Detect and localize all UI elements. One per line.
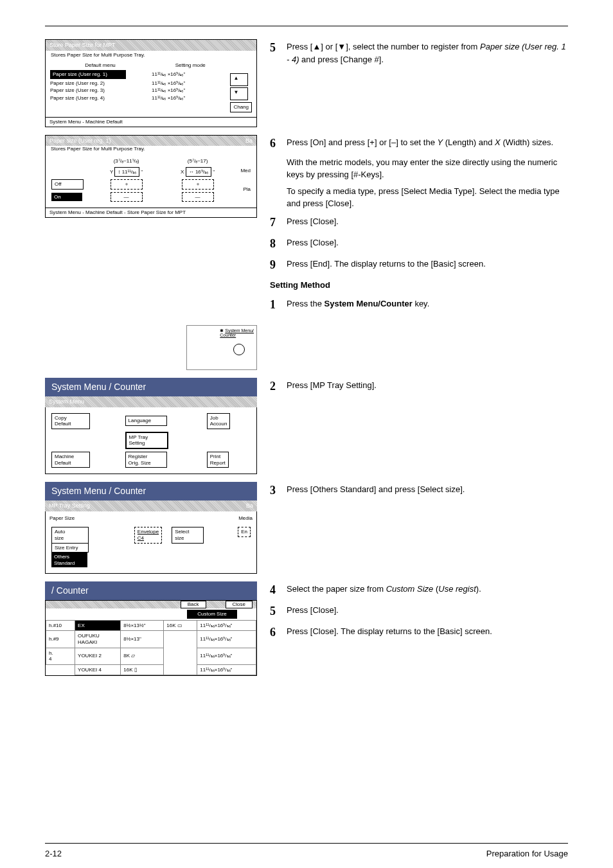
- x-plus[interactable]: ＋: [182, 179, 214, 190]
- close-button[interactable]: Close: [226, 601, 253, 608]
- panel-system-menu: System Menu / Counter System Menu Copy D…: [45, 378, 257, 474]
- cell[interactable]: EX: [75, 620, 121, 631]
- cell[interactable]: YOUKEI 4: [75, 664, 121, 675]
- arrow-up-icon[interactable]: ▲: [230, 73, 248, 86]
- panel3-title: System Menu: [45, 396, 257, 407]
- step-7-text: Press [Close].: [287, 214, 568, 231]
- panel5-header: / Counter: [45, 581, 257, 600]
- y-minus[interactable]: —: [111, 192, 143, 202]
- step-6-note2: To specify a media type, press [Select M…: [287, 185, 568, 210]
- size-entry-button[interactable]: Size Entry: [51, 543, 89, 553]
- panel1-breadcrumb: System Menu - Machine Default: [46, 117, 256, 127]
- system-menu-key-illus: ✱ System Menu/ Counter: [186, 325, 257, 370]
- change-button[interactable]: Chang: [230, 102, 252, 112]
- cell[interactable]: 11¹¹/₁₆×16⁹/₁₆": [197, 631, 256, 648]
- step-8-text: Press [Close].: [287, 235, 568, 252]
- size-table: h.#10EX8½×13½"16K ▭11¹¹/₁₆×16⁹/₁₆" h.#9O…: [46, 620, 256, 676]
- star-icon: ✱: [220, 328, 224, 333]
- plain-label: Pla: [235, 186, 251, 193]
- x-value: ↔ 16⁹/₁₆: [186, 167, 211, 177]
- y-plus[interactable]: ＋: [111, 179, 143, 190]
- cell[interactable]: h.#10: [46, 620, 75, 631]
- envelope-display: Envelope C4: [134, 527, 162, 543]
- key-circle-icon: [233, 344, 245, 355]
- cell[interactable]: OUFUKU HAGAKI: [75, 631, 121, 648]
- panel1-sub: Stores Paper Size for Multi Purpose Tray…: [46, 51, 256, 58]
- back-button[interactable]: Back: [181, 601, 206, 608]
- machine-default-button[interactable]: Machine Default: [51, 452, 90, 468]
- step-8-num: 8: [270, 235, 287, 252]
- y-value: ↕ 11¹¹/₁₆: [114, 167, 139, 177]
- panel3-header: System Menu / Counter: [45, 378, 257, 396]
- step-6-text: Press [On] and press [+] or [–] to set t…: [287, 135, 568, 152]
- step-6-num: 6: [270, 135, 287, 152]
- cell[interactable]: 16K ▭: [164, 620, 197, 631]
- page-number: 2-12: [45, 847, 62, 860]
- cell: [46, 664, 75, 675]
- cell[interactable]: 8½×13": [121, 631, 164, 648]
- x-range: (5⁷/₈~17): [162, 157, 233, 165]
- cell[interactable]: 8K ▱: [121, 648, 164, 664]
- media-label: Med: [235, 168, 251, 174]
- val-1: 11¹¹/₁₆ ×16⁹/₁₆": [151, 69, 229, 80]
- panel2-title: Paper size (User reg. 1)Ba: [46, 136, 256, 146]
- paper-size-label: Paper Size: [49, 515, 75, 522]
- custom-size-tab[interactable]: Custom Size: [187, 610, 237, 619]
- cell[interactable]: 11¹¹/₁₆×16⁹/₁₆": [197, 620, 256, 631]
- en-label: En: [238, 527, 251, 537]
- auto-size-button[interactable]: Auto size: [51, 527, 89, 543]
- cell: [164, 631, 197, 648]
- step-9-num: 9: [270, 256, 287, 274]
- mstep-2-num: 2: [270, 378, 287, 395]
- cell: [164, 648, 197, 664]
- panel1-title: Store Paper Size for MPT: [46, 40, 256, 51]
- cell[interactable]: YOUKEI 2: [75, 648, 121, 664]
- user-reg-1[interactable]: Paper size (User reg. 1): [50, 70, 126, 79]
- cell[interactable]: 11¹¹/₁₆×16⁹/₁₆": [197, 664, 256, 675]
- page-top-rule: [45, 26, 568, 26]
- off-button[interactable]: Off: [51, 179, 84, 190]
- step-5-text: Press [▲] or [▼], select the number to r…: [287, 39, 568, 66]
- page-footer: 2-12 Preparation for Usage: [45, 843, 568, 860]
- step-6-note1: With the metric models, you may enter th…: [287, 156, 568, 181]
- media-label2: Media: [238, 515, 253, 522]
- mstep-2-text: Press [MP Tray Setting].: [287, 378, 568, 395]
- arrow-down-icon[interactable]: ▼: [230, 87, 248, 100]
- register-orig-button[interactable]: Register Orig. Size: [125, 452, 167, 468]
- mp-tray-setting-button[interactable]: MP Tray Setting: [125, 432, 168, 449]
- setting-method-heading: Setting Method: [270, 279, 568, 292]
- panel2-sub: Stores Paper Size for Multi Purpose Tray…: [46, 146, 256, 152]
- step-7-num: 7: [270, 214, 287, 231]
- panel2-breadcrumb: System Menu - Machine Default - Store Pa…: [46, 208, 256, 217]
- cell: [164, 664, 197, 675]
- cell[interactable]: h.#9: [46, 631, 75, 648]
- mstep-1-text: Press the System Menu/Counter key.: [287, 296, 568, 314]
- panel4-header: System Menu / Counter: [45, 482, 257, 500]
- select-size-button[interactable]: Select size: [172, 527, 204, 543]
- mstep-3-num: 3: [270, 482, 287, 499]
- mstep-6-text: Press [Close]. The display returns to th…: [287, 624, 568, 641]
- cell[interactable]: 11¹¹/₁₆×16⁹/₁₆": [197, 648, 256, 664]
- x-minus[interactable]: —: [182, 192, 214, 202]
- language-button[interactable]: Language: [125, 416, 167, 426]
- panel-user-reg-size: Paper size (User reg. 1)Ba Stores Paper …: [45, 135, 257, 218]
- y-range: (3⁷/₈~11⁵/₈): [92, 157, 161, 165]
- others-standard-button[interactable]: Others Standard: [51, 553, 87, 567]
- col-default: Default menu: [49, 62, 151, 69]
- cell[interactable]: 8½×13½": [121, 620, 164, 631]
- panel-custom-size: / Counter Back Close Custom Size h.#10EX…: [45, 581, 257, 676]
- mstep-5-text: Press [Close].: [287, 603, 568, 620]
- copy-default-button[interactable]: Copy Default: [51, 413, 90, 429]
- mstep-4-num: 4: [270, 581, 287, 599]
- job-account-button[interactable]: Job Accoun: [207, 413, 231, 429]
- print-report-button[interactable]: Print Report: [207, 452, 229, 468]
- cell[interactable]: h. 4: [46, 648, 75, 664]
- mstep-3-text: Press [Others Standard] and press [Selec…: [287, 482, 568, 499]
- user-reg-3: Paper size (User reg. 3): [49, 87, 151, 94]
- mstep-5-num: 5: [270, 603, 287, 620]
- mstep-1-num: 1: [270, 296, 287, 314]
- on-button[interactable]: On: [51, 193, 82, 202]
- cell[interactable]: 16K ▯: [121, 664, 164, 675]
- col-setting: Setting mode: [151, 62, 229, 69]
- mstep-6-num: 6: [270, 624, 287, 641]
